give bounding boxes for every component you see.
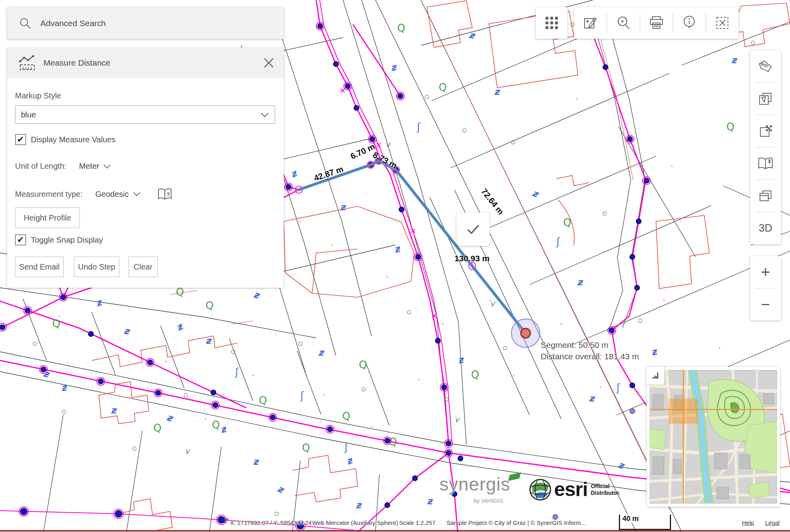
raster-icon: [758, 123, 773, 139]
unit-of-length-row: Unit of Length: Meter: [15, 162, 111, 171]
scale-bar: 40 m: [619, 515, 671, 530]
chevron-down-icon: [260, 112, 269, 117]
zoom-in-button[interactable]: +: [750, 256, 781, 288]
projection-label: Web Mercator (Auxiliary Sphere): [312, 519, 398, 526]
toggle-snap-checkbox[interactable]: ✔: [15, 234, 26, 245]
measurement-layer: [295, 157, 540, 347]
clear-button[interactable]: Clear: [128, 257, 158, 277]
attribution-label: Sample Project © City of Graz | © SynerG…: [447, 519, 586, 526]
segment-info: Segment: 50.50 m Distance overall: 181.4…: [541, 339, 639, 362]
overall-distance: Distance overall: 181.43 m: [541, 351, 639, 362]
3d-view-button[interactable]: 3D: [750, 212, 781, 244]
measurement-type-label: Measurement type:: [15, 190, 83, 199]
markup-style-value: blue: [21, 110, 36, 119]
close-panel-button[interactable]: [258, 52, 280, 74]
unit-of-length-label: Unit of Length:: [15, 162, 66, 171]
esri-distributor-text: Official Distributor.: [591, 483, 620, 496]
display-measure-values-checkbox[interactable]: ✔: [15, 134, 26, 145]
zoom-out-button[interactable]: −: [750, 289, 781, 321]
label-tool-button[interactable]: [750, 50, 781, 82]
svg-text:v: v: [185, 446, 190, 456]
overview-map[interactable]: [647, 367, 780, 507]
apps-menu-button[interactable]: [536, 7, 568, 39]
zoom-in-icon: [616, 15, 631, 30]
markup-icon: [583, 15, 598, 30]
collapse-corner-icon: [649, 370, 661, 381]
legal-link[interactable]: Legal: [765, 519, 780, 526]
advanced-search-bar[interactable]: Advanced Search: [7, 7, 284, 39]
unit-of-length-value[interactable]: Meter: [79, 162, 99, 171]
coordinate-readout: X: 1717692.07 / Y: 5954344.24: [230, 519, 312, 526]
toggle-snap-row: ✔ Toggle Snap Display: [15, 234, 103, 245]
svg-text:ƶ: ƶ: [589, 393, 596, 404]
legend-book-icon: [757, 157, 774, 170]
svg-text:ƶ: ƶ: [356, 500, 362, 511]
send-email-button[interactable]: Send Email: [15, 257, 64, 277]
svg-text:ƶ: ƶ: [165, 411, 175, 424]
display-measure-values-label: Display Measure Values: [31, 135, 115, 144]
copy-windows-icon: [758, 188, 773, 204]
measure-panel-title: Measure Distance: [43, 58, 110, 68]
confirm-measure-button[interactable]: [456, 213, 490, 246]
svg-text:ƶ: ƶ: [468, 29, 477, 42]
svg-text:v: v: [385, 140, 391, 149]
synergis-sub-text: by VertiGIS: [473, 497, 503, 504]
markup-style-label: Markup Style: [15, 91, 61, 100]
svg-text:ʃ: ʃ: [235, 366, 239, 378]
svg-text:ƶ: ƶ: [427, 496, 434, 507]
raster-layers-button[interactable]: [750, 115, 781, 147]
apps-grid-icon: [544, 15, 560, 31]
svg-text:ʃ: ʃ: [300, 390, 304, 402]
legend-button[interactable]: [750, 147, 781, 179]
undo-step-button[interactable]: Undo Step: [74, 257, 119, 277]
svg-text:Q: Q: [302, 442, 310, 454]
svg-text:ƶ: ƶ: [219, 423, 228, 435]
help-book-icon[interactable]: ?: [157, 188, 172, 200]
select-features-button[interactable]: [750, 83, 781, 115]
height-profile-button[interactable]: Height Profile: [15, 208, 80, 228]
select-region-button[interactable]: [706, 7, 739, 39]
zoom-tool-button[interactable]: [607, 7, 639, 39]
top-toolbar: [574, 7, 739, 39]
help-link[interactable]: Help: [742, 519, 754, 526]
svg-text:ƶ: ƶ: [577, 277, 584, 288]
check-icon: [465, 221, 481, 237]
svg-text:ƶ: ƶ: [123, 325, 132, 337]
svg-text:ƶ: ƶ: [393, 243, 402, 255]
synergis-logo: synergis by VertiGIS: [439, 474, 510, 495]
advanced-search-label: Advanced Search: [40, 19, 106, 28]
scale-bar-label: 40 m: [621, 515, 640, 523]
svg-text:ƶ: ƶ: [390, 61, 398, 74]
measurement-type-value[interactable]: Geodesic: [95, 190, 129, 199]
compare-maps-button[interactable]: [750, 180, 781, 212]
svg-text:Q: Q: [726, 121, 734, 133]
svg-text:ʃ: ʃ: [417, 121, 421, 133]
chevron-down-icon[interactable]: [133, 192, 141, 196]
svg-text:Q: Q: [359, 359, 367, 371]
svg-text:Q: Q: [471, 369, 479, 381]
svg-text:ƶ: ƶ: [253, 456, 260, 467]
measurement-type-row: Measurement type: Geodesic ?: [15, 188, 172, 200]
svg-text:ƶ: ƶ: [617, 459, 627, 472]
snap-point: [521, 328, 530, 338]
svg-text:Q: Q: [259, 394, 267, 406]
markup-style-select[interactable]: blue: [15, 106, 275, 124]
scale-label: Scale 1:2,257: [399, 519, 436, 526]
segment-length: Segment: 50.50 m: [541, 339, 639, 351]
svg-text:ƶ: ƶ: [111, 405, 117, 416]
identify-button[interactable]: [673, 7, 705, 39]
toggle-snap-label: Toggle Snap Display: [31, 236, 103, 245]
svg-text:ƶ: ƶ: [457, 354, 466, 366]
select-region-icon: [715, 15, 730, 30]
collapse-overview-button[interactable]: [646, 366, 665, 385]
svg-text:ʃ: ʃ: [616, 382, 620, 394]
chevron-down-icon[interactable]: [103, 164, 111, 169]
markup-tool-button[interactable]: [574, 7, 607, 39]
tag-icon: [756, 57, 775, 75]
svg-text:ƶ: ƶ: [289, 167, 300, 180]
search-icon: [19, 17, 32, 30]
print-button[interactable]: [640, 7, 673, 39]
svg-text:ʃ: ʃ: [556, 236, 560, 247]
print-icon: [649, 15, 664, 30]
synergis-logo-text: synergis: [439, 474, 510, 494]
